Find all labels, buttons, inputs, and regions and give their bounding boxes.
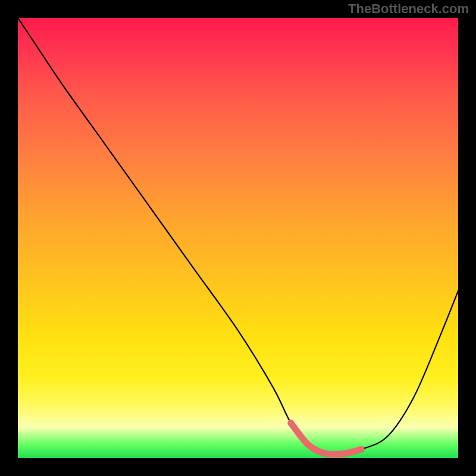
bottleneck-curve — [18, 18, 458, 455]
plot-area — [18, 18, 458, 458]
watermark-text: TheBottleneck.com — [348, 1, 469, 17]
chart-container: TheBottleneck.com — [0, 0, 476, 476]
highlight-segment — [291, 423, 361, 455]
curve-svg — [18, 18, 458, 458]
